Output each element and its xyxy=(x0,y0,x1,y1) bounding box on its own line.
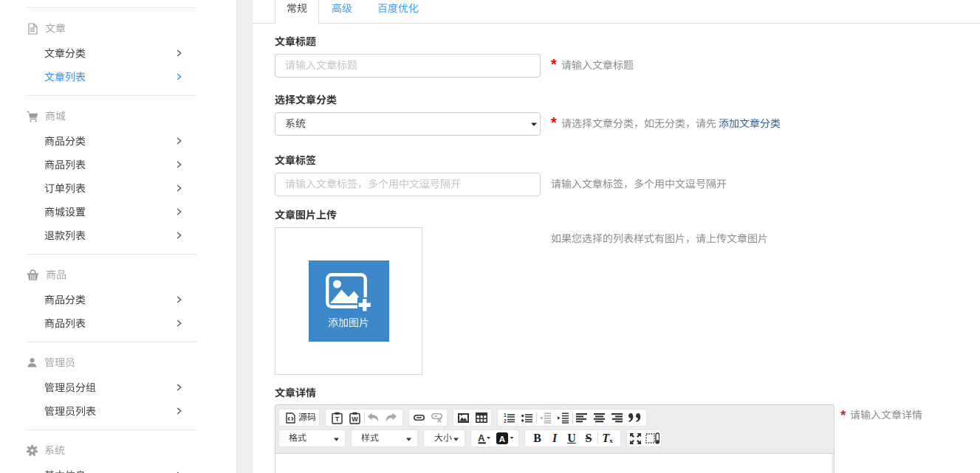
svg-text:1: 1 xyxy=(504,413,507,418)
svg-text:T: T xyxy=(335,415,340,423)
svg-text:2: 2 xyxy=(504,418,507,423)
svg-text:A: A xyxy=(478,432,485,443)
svg-text:W: W xyxy=(352,415,358,423)
svg-text:A: A xyxy=(499,435,505,443)
